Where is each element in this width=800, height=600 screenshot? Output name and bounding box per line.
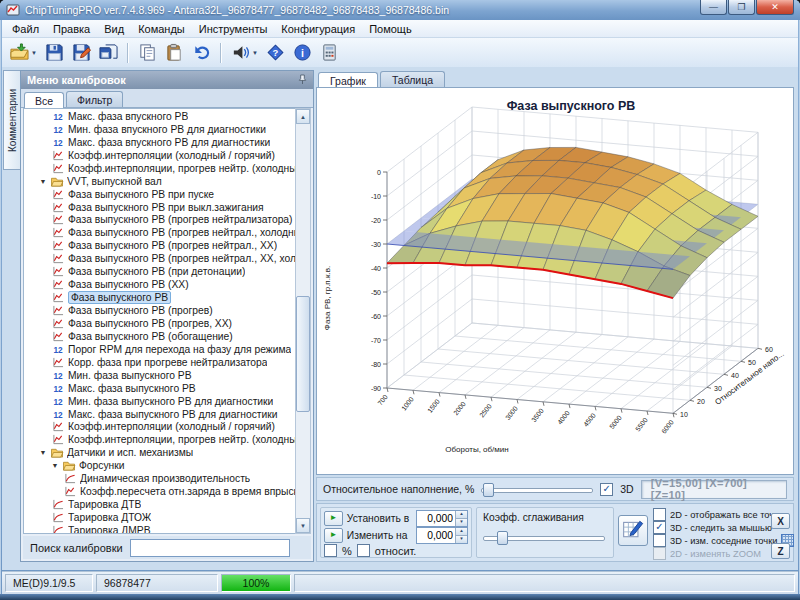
tab-filter[interactable]: Фильтр <box>66 91 123 107</box>
tree-folder[interactable]: ▼VVT, выпускной вал <box>24 175 295 188</box>
checkbox-percent[interactable] <box>324 544 337 557</box>
tree-item[interactable]: Фаза выпускного РВ (прогрев нейтрализато… <box>24 214 295 227</box>
dropdown-arrow-icon[interactable]: ▼ <box>31 50 37 56</box>
tree-item[interactable]: Коэфф.интерполяции (холодный / горячий) <box>24 421 295 434</box>
undo-button[interactable] <box>189 41 214 65</box>
tree-item[interactable]: Тарировка ДТОЖ <box>24 511 295 524</box>
tree-item[interactable]: 12Макс. фаза впускного РВ для диагностик… <box>24 136 295 149</box>
tree-item[interactable]: Коэфф.интерполяции, прогрев нейтр. (холо… <box>24 433 295 446</box>
tree-item[interactable]: 12Мин. фаза выпускного РВ для диагностик… <box>24 395 295 408</box>
checksum-button[interactable] <box>317 41 342 65</box>
change-decrement-icon[interactable]: ▼ <box>456 535 467 543</box>
svg-text:12: 12 <box>53 397 63 406</box>
tab-table[interactable]: Таблица <box>380 71 445 87</box>
status-progress: 100% <box>221 574 291 592</box>
tree-item[interactable]: Коэфф.интерполяции, прогрев нейтр. (холо… <box>24 162 295 175</box>
tree-item[interactable]: Коэфф.интерполяции (холодный / горячий) <box>24 149 295 162</box>
sound-button[interactable]: ▼ <box>228 41 261 65</box>
tree-item[interactable]: Фаза выпускного РВ при выкл.зажигания <box>24 201 295 214</box>
tree-item[interactable]: Динамическая производительность <box>24 472 295 485</box>
tree-item-label: Фаза выпускного РВ (прогрев) <box>68 305 213 316</box>
tree-item[interactable]: Фаза выпускного РВ (прогрев) <box>24 304 295 317</box>
save-all-button[interactable] <box>96 41 121 65</box>
tree-folder[interactable]: ▼Датчики и исп. механизмы <box>24 446 295 459</box>
load-slider-thumb[interactable] <box>483 483 494 497</box>
menu-item-0[interactable]: Файл <box>5 22 46 36</box>
smoothing-slider[interactable] <box>483 530 605 544</box>
tree-item[interactable]: Фаза выпускного РВ (прогрев нейтрал., ХХ… <box>24 239 295 252</box>
tree-item[interactable]: Корр. фаза при прогреве нейтрализатора <box>24 356 295 369</box>
tree-item[interactable]: Фаза выпускного РВ <box>24 291 295 304</box>
tree-item-label: Мин. фаза выпускного РВ <box>68 370 192 381</box>
minimize-button[interactable]: — <box>700 0 727 15</box>
change-increment-icon[interactable]: ▲ <box>456 528 467 535</box>
scrollbar-thumb[interactable] <box>296 296 310 412</box>
calibration-search-input[interactable] <box>130 539 290 557</box>
menu-item-4[interactable]: Инструменты <box>192 22 275 36</box>
tree-item[interactable]: Фаза выпускного РВ (прогрев нейтрал., хо… <box>24 226 295 239</box>
tab-comments[interactable]: Комментарии <box>3 70 21 170</box>
tree-item[interactable]: 12Порог RPM для перехода на фазу для реж… <box>24 343 295 356</box>
menu-item-1[interactable]: Правка <box>46 22 97 36</box>
save-as-button[interactable] <box>69 41 94 65</box>
display-option-checkbox-2[interactable] <box>653 534 666 547</box>
maximize-button[interactable]: ❐ <box>728 0 755 15</box>
dropdown-arrow-icon[interactable]: ▼ <box>252 50 258 56</box>
info-button[interactable]: i <box>290 41 315 65</box>
set-value-input[interactable] <box>417 511 455 526</box>
tree-item[interactable]: 12Макс. фаза выпускного РВ для диагности… <box>24 408 295 421</box>
display-option-checkbox-1[interactable] <box>653 521 666 534</box>
tree-item[interactable]: Коэфф.пересчета отн.заряда в время впрыс… <box>24 485 295 498</box>
tab-all[interactable]: Все <box>24 92 64 108</box>
menu-item-2[interactable]: Вид <box>97 22 131 36</box>
tree-item[interactable]: Фаза выпускного РВ (при детонации) <box>24 265 295 278</box>
expander-icon[interactable]: ▼ <box>51 462 59 469</box>
z-axis-button[interactable]: Z <box>771 543 790 559</box>
display-option-checkbox-0[interactable] <box>653 508 666 521</box>
checkbox-3d-mode[interactable] <box>600 483 613 496</box>
svg-text:12: 12 <box>53 346 63 355</box>
menu-item-5[interactable]: Конфигурация <box>274 22 362 36</box>
close-button[interactable]: ✕ <box>756 0 794 15</box>
tree-item[interactable]: Тарировка ДМРВ <box>24 524 295 534</box>
smoothing-slider-thumb[interactable] <box>497 531 508 545</box>
scroll-down-icon[interactable]: ▼ <box>296 518 310 533</box>
tree-item[interactable]: 12Макс. фаза впускного РВ <box>24 110 295 123</box>
apply-change-button[interactable]: ► <box>324 528 343 543</box>
edit-table-button[interactable] <box>618 515 648 546</box>
load-slider[interactable] <box>481 482 593 496</box>
change-value-input[interactable] <box>417 528 455 543</box>
tree-item[interactable]: Фаза выпускного РВ (прогрев нейтрал., ХХ… <box>24 252 295 265</box>
pin-icon[interactable] <box>298 74 307 87</box>
surface-chart[interactable]: Фаза выпускного РВ0-10-20-30-40-50-60-70… <box>316 87 794 475</box>
compare-button[interactable]: ? <box>263 41 288 65</box>
tree-folder[interactable]: ▼Форсунки <box>24 459 295 472</box>
tab-graph[interactable]: График <box>318 72 378 88</box>
tree-scrollbar[interactable]: ▲ ▼ <box>295 108 311 534</box>
checkbox-relative[interactable] <box>357 544 370 557</box>
x-axis-button[interactable]: X <box>771 513 790 529</box>
tree-item[interactable]: 12Мин. фаза впускного РВ для диагностики <box>24 123 295 136</box>
menu-item-6[interactable]: Помощь <box>362 22 419 36</box>
set-decrement-icon[interactable]: ▼ <box>456 518 467 526</box>
expander-icon[interactable]: ▼ <box>39 178 47 185</box>
tree-item[interactable]: Фаза выпускного РВ (прогрев, ХХ) <box>24 317 295 330</box>
save-button[interactable] <box>42 41 67 65</box>
title-bar[interactable]: ChipTuningPRO ver.7.4.8.969 - Antara32L_… <box>0 0 800 20</box>
svg-text:3500: 3500 <box>530 407 545 423</box>
tree-item[interactable]: Фаза выпускного РВ (ХХ) <box>24 278 295 291</box>
tree-item[interactable]: Фаза выпускного РВ (обогащение) <box>24 330 295 343</box>
tree-item[interactable]: Фаза выпускного РВ при пуске <box>24 188 295 201</box>
open-file-button[interactable]: ▼ <box>7 41 40 65</box>
set-increment-icon[interactable]: ▲ <box>456 511 467 518</box>
tree-item[interactable]: Тарировка ДТВ <box>24 498 295 511</box>
copy-button[interactable] <box>135 41 160 65</box>
scroll-up-icon[interactable]: ▲ <box>296 109 310 124</box>
undo-icon <box>192 43 211 62</box>
tree-item[interactable]: 12Мин. фаза выпускного РВ <box>24 369 295 382</box>
apply-set-button[interactable]: ► <box>324 511 343 526</box>
paste-button[interactable] <box>162 41 187 65</box>
expander-icon[interactable]: ▼ <box>39 449 47 456</box>
menu-item-3[interactable]: Команды <box>131 22 192 36</box>
tree-item[interactable]: 12Макс. фаза выпускного РВ <box>24 382 295 395</box>
